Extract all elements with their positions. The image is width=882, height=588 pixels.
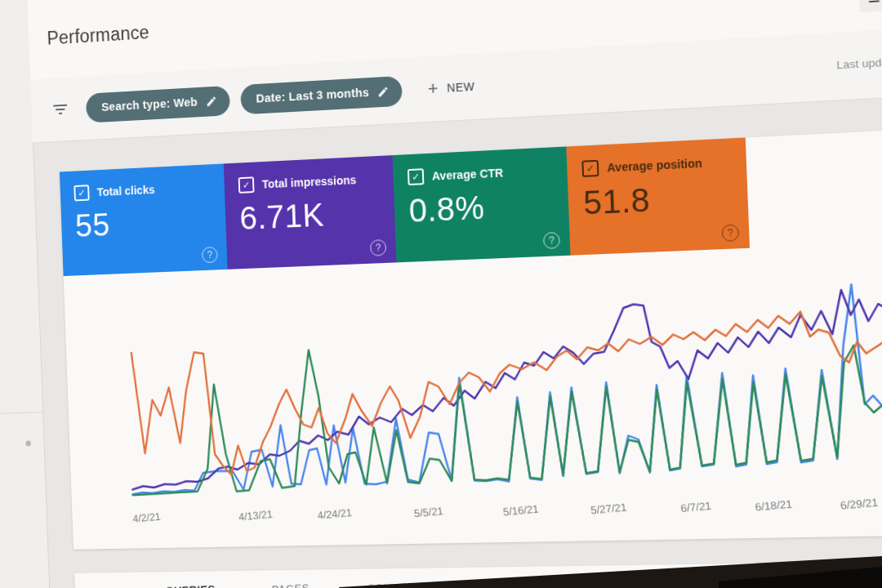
checkbox-checked-icon[interactable]: ✓ bbox=[408, 168, 425, 185]
filter-chip-date[interactable]: Date: Last 3 months bbox=[240, 75, 403, 114]
filter-chip-search-type[interactable]: Search type: Web bbox=[86, 85, 230, 122]
metric-card-value: 51.8 bbox=[568, 169, 749, 222]
sidebar-item-icon[interactable] bbox=[25, 440, 31, 446]
metric-card-average-ctr[interactable]: ✓Average CTR0.8%? bbox=[392, 146, 570, 262]
page-title: Performance bbox=[47, 22, 149, 50]
metric-card-average-position[interactable]: ✓Average position51.8? bbox=[566, 137, 750, 255]
export-button[interactable] bbox=[858, 0, 882, 12]
tab-pages[interactable]: PAGES bbox=[272, 582, 310, 588]
pencil-icon bbox=[376, 85, 389, 98]
dimension-tabs: QUERIESPAGESCOUNTRIESDEVICESSEARCH APPEA… bbox=[74, 560, 882, 588]
tab-devices[interactable]: DEVICES bbox=[493, 579, 546, 588]
new-filter-label: NEW bbox=[447, 80, 475, 95]
x-axis-label: 4/13/21 bbox=[238, 508, 273, 523]
metric-card-total-impressions[interactable]: ✓Total impressions6.71K? bbox=[224, 155, 397, 270]
sidebar-divider bbox=[0, 412, 42, 414]
help-icon[interactable]: ? bbox=[543, 232, 560, 249]
help-icon[interactable]: ? bbox=[721, 225, 739, 242]
help-icon[interactable]: ? bbox=[370, 239, 386, 256]
metric-card-value: 6.71K bbox=[225, 186, 395, 238]
checkbox-checked-icon[interactable]: ✓ bbox=[581, 160, 599, 177]
pencil-icon bbox=[205, 95, 217, 107]
x-axis-label: 5/16/21 bbox=[502, 502, 539, 518]
filter-list-icon[interactable] bbox=[51, 100, 69, 119]
checkbox-checked-icon[interactable]: ✓ bbox=[238, 176, 255, 194]
x-axis-label: 5/5/21 bbox=[413, 505, 443, 519]
x-axis-label: 5/27/21 bbox=[590, 501, 627, 516]
tab-queries[interactable]: QUERIES bbox=[165, 583, 216, 588]
x-axis-label: 6/7/21 bbox=[680, 500, 712, 515]
metric-card-label: Total clicks bbox=[96, 183, 154, 198]
metric-card-total-clicks[interactable]: ✓Total clicks55? bbox=[60, 163, 228, 276]
x-axis-label: 6/18/21 bbox=[755, 497, 793, 513]
tab-search-appearance[interactable]: SEARCH APPEARANCE bbox=[604, 575, 740, 588]
metric-card-value: 55 bbox=[60, 194, 226, 245]
metric-card-label: Average CTR bbox=[432, 166, 504, 182]
metric-cards-row: ✓Total clicks55?✓Total impressions6.71K?… bbox=[60, 127, 882, 276]
x-axis-label: 4/2/21 bbox=[132, 510, 161, 525]
chart-line-average-position bbox=[131, 307, 882, 477]
filter-chip-label: Date: Last 3 months bbox=[256, 86, 369, 105]
filter-chips: Search type: WebDate: Last 3 months bbox=[86, 75, 403, 122]
metric-card-value: 0.8% bbox=[394, 178, 569, 230]
plus-icon: + bbox=[427, 79, 439, 98]
filter-chip-label: Search type: Web bbox=[101, 96, 198, 114]
performance-chart-card: ✓Total clicks55?✓Total impressions6.71K?… bbox=[60, 127, 882, 549]
download-icon bbox=[865, 0, 882, 6]
help-icon[interactable]: ? bbox=[202, 247, 218, 263]
search-console-app: Performance Search type: WebDate: Last 3… bbox=[0, 0, 882, 588]
new-filter-button[interactable]: + NEW bbox=[422, 76, 479, 99]
x-axis-label: 4/24/21 bbox=[317, 506, 353, 522]
timeseries-chart bbox=[109, 257, 882, 504]
dimension-tabs-card: QUERIESPAGESCOUNTRIESDEVICESSEARCH APPEA… bbox=[74, 560, 882, 588]
checkbox-checked-icon[interactable]: ✓ bbox=[74, 185, 89, 201]
chart-line-total-impressions bbox=[126, 287, 882, 490]
chart-line-average-ctr bbox=[127, 329, 882, 495]
photo-backdrop: Performance Search type: WebDate: Last 3… bbox=[0, 0, 882, 588]
x-axis-label: 6/29/21 bbox=[840, 496, 879, 511]
tab-countries[interactable]: COUNTRIES bbox=[367, 580, 435, 588]
tab-dates[interactable]: DATES bbox=[801, 575, 842, 588]
last-updated-text: Last updated: 5 hour bbox=[836, 52, 882, 71]
